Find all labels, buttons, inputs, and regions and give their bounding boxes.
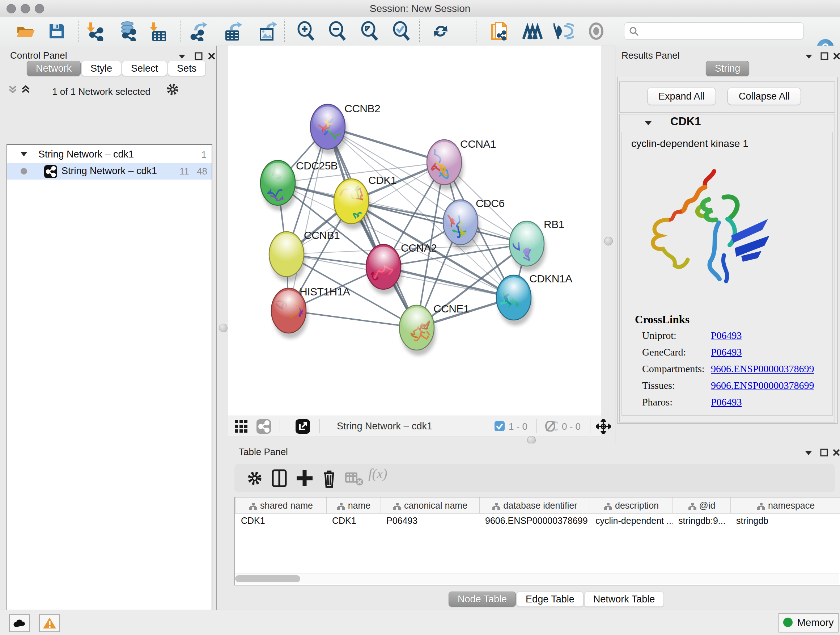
export-table-icon[interactable] <box>223 21 243 41</box>
table-toolbar: f(x) <box>234 464 835 492</box>
save-session-icon[interactable] <box>47 21 67 41</box>
node-CDKN1A[interactable]: CDKN1A <box>496 272 572 325</box>
refresh-icon[interactable] <box>431 21 451 41</box>
crosslink-label: Pharos: <box>642 396 673 408</box>
node-table[interactable]: shared namenamecanonical namedatabase id… <box>234 497 840 585</box>
table-settings-gear-icon[interactable] <box>245 468 265 488</box>
import-network-database-icon[interactable] <box>118 21 138 41</box>
column-header-namespace[interactable]: namespace <box>730 497 840 513</box>
column-header-canonical-name[interactable]: canonical name <box>381 497 480 513</box>
column-header--id[interactable]: @id <box>673 497 731 513</box>
crosslink-value-link[interactable]: 9606.ENSP00000378699 <box>711 363 814 375</box>
table-panel-close-icon[interactable] <box>832 448 840 456</box>
import-network-file-icon[interactable] <box>84 21 104 41</box>
tab-select[interactable]: Select <box>122 61 167 76</box>
column-header-name[interactable]: name <box>326 497 381 513</box>
network-graph[interactable]: CCNB2CCNA1CDC25BCDK1CDC6RB1CCNB1CCNA2CDK… <box>228 46 601 416</box>
edge-CCNA2-CDKN1A <box>384 267 514 298</box>
table-cell[interactable]: stringdb:9... <box>673 513 730 528</box>
table-cell[interactable]: CDK1 <box>326 513 381 528</box>
results-panel-collapse-icon[interactable] <box>805 54 813 59</box>
results-panel-float-icon[interactable] <box>821 52 829 60</box>
grid-view-icon[interactable] <box>235 420 248 434</box>
tab-sets[interactable]: Sets <box>168 61 205 76</box>
zoom-in-icon[interactable] <box>296 21 316 41</box>
table-panel-collapse-icon[interactable] <box>805 450 813 456</box>
node-gloss <box>274 290 303 321</box>
crosslink-value-link[interactable]: P06493 <box>711 330 742 341</box>
column-header-database-identifier[interactable]: database identifier <box>479 497 590 513</box>
column-header-shared-name[interactable]: shared name <box>235 497 327 513</box>
network-row[interactable]: String Network – cdk1 11 48 <box>7 163 212 180</box>
crosslink-value-link[interactable]: P06493 <box>711 396 742 408</box>
right-splitter-grip[interactable] <box>604 237 613 245</box>
table-panel-float-icon[interactable] <box>820 448 828 456</box>
crosslink-value-link[interactable]: 9606.ENSP00000378699 <box>711 380 814 391</box>
tab-node-table[interactable]: Node Table <box>448 592 516 607</box>
control-panel-close-icon[interactable] <box>208 52 216 60</box>
collapse-all-button[interactable]: Collapse All <box>728 88 801 105</box>
network-collection-row[interactable]: String Network – cdk1 1 <box>7 147 212 163</box>
cdk1-collapse-icon[interactable] <box>644 120 652 126</box>
add-column-icon[interactable] <box>294 468 315 488</box>
network-canvas[interactable]: CCNB2CCNA1CDC25BCDK1CDC6RB1CCNB1CCNA2CDK… <box>228 46 601 416</box>
column-header-description[interactable]: description <box>590 497 673 513</box>
tree-expand-icon[interactable] <box>20 151 27 157</box>
node-CCNB1[interactable]: CCNB1 <box>269 229 340 282</box>
left-splitter-grip[interactable] <box>219 324 227 333</box>
zoom-selected-icon[interactable] <box>392 21 412 41</box>
hscrollbar-thumb[interactable] <box>235 575 300 582</box>
node-CCNE1[interactable]: CCNE1 <box>399 302 469 356</box>
table-cell[interactable]: P06493 <box>381 513 479 528</box>
tab-edge-table[interactable]: Edge Table <box>516 592 584 607</box>
tab-network-table[interactable]: Network Table <box>584 592 664 607</box>
node-CCNA1[interactable]: CCNA1 <box>424 138 496 190</box>
protein-structure-image <box>633 165 788 295</box>
pan-crosshair-icon[interactable] <box>596 419 611 434</box>
delete-column-icon[interactable] <box>319 468 339 488</box>
hide-selected-icon[interactable] <box>554 21 574 41</box>
results-panel-close-icon[interactable] <box>833 52 840 60</box>
show-columns-icon[interactable] <box>269 468 289 488</box>
clone-network-icon[interactable] <box>490 21 510 41</box>
table-cell[interactable]: cyclin-dependent ... <box>590 513 673 528</box>
expand-all-button[interactable]: Expand All <box>647 88 716 105</box>
first-neighbors-icon[interactable] <box>523 21 543 41</box>
crosslink-value-link[interactable]: P06493 <box>711 347 742 358</box>
node-HIST1H1A[interactable]: HIST1H1A <box>271 286 350 339</box>
node-CCNB2[interactable]: CCNB2 <box>310 103 380 155</box>
show-all-icon[interactable] <box>586 21 606 41</box>
edge-HIST1H1A-CCNE1 <box>289 310 417 328</box>
network-options-gear-icon[interactable] <box>166 82 180 96</box>
node-CCNA2[interactable]: CCNA2 <box>363 242 437 295</box>
hscrollbar-track[interactable] <box>235 573 839 584</box>
node-CDC25B[interactable]: CDC25B <box>261 160 338 211</box>
table-cell[interactable]: CDK1 <box>235 513 326 528</box>
tab-style[interactable]: Style <box>81 61 121 76</box>
table-cell[interactable]: stringdb <box>730 513 840 528</box>
open-session-icon[interactable] <box>15 21 35 41</box>
zoom-out-icon[interactable] <box>327 21 347 41</box>
warning-button[interactable] <box>39 614 60 632</box>
network-nodes[interactable]: CCNB2CCNA1CDC25BCDK1CDC6RB1CCNB1CCNA2CDK… <box>261 103 572 356</box>
node-CDC6[interactable]: CDC6 <box>443 197 505 250</box>
node-RB1[interactable]: RB1 <box>504 218 564 272</box>
table-cell[interactable]: 9606.ENSP00000378699 <box>479 513 590 528</box>
export-network-icon[interactable] <box>189 21 210 41</box>
tab-network[interactable]: Network <box>27 61 81 76</box>
import-table-icon[interactable] <box>147 21 167 41</box>
selected-checkbox-icon[interactable] <box>494 421 505 431</box>
column-header-label: description <box>615 500 659 510</box>
control-panel-float-icon[interactable] <box>195 52 202 60</box>
node-CDK1[interactable]: CDK1 <box>334 174 396 229</box>
cloud-button[interactable] <box>9 614 30 632</box>
memory-button[interactable]: Memory <box>778 613 838 632</box>
search-input[interactable] <box>643 24 800 38</box>
control-panel-collapse-icon[interactable] <box>178 54 186 59</box>
network-badge-gray-icon[interactable] <box>256 419 271 434</box>
tab-string[interactable]: String <box>706 61 750 76</box>
hidden-eye-icon[interactable] <box>544 421 558 432</box>
zoom-fit-icon[interactable] <box>360 21 380 41</box>
detach-view-icon[interactable] <box>295 419 310 434</box>
export-image-icon[interactable] <box>257 21 278 41</box>
